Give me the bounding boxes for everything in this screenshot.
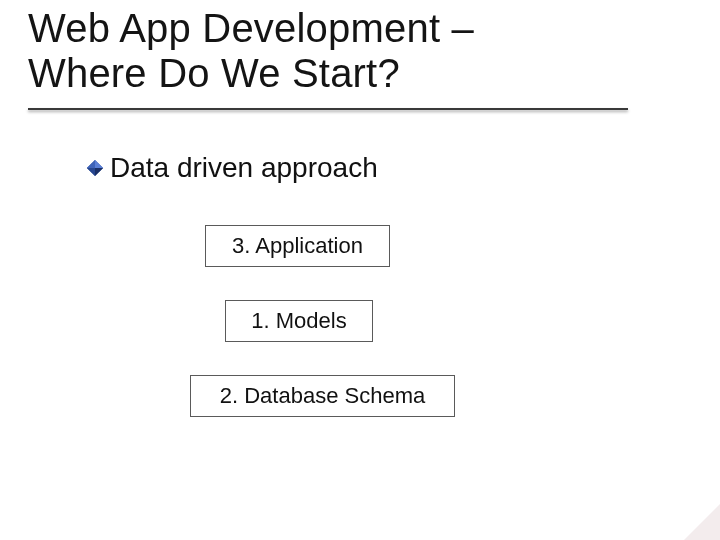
box-schema: 2. Database Schema — [190, 375, 455, 417]
title-line-1: Web App Development – — [28, 6, 474, 51]
slide-title: Web App Development – Where Do We Start? — [28, 6, 474, 96]
box-application-label: 3. Application — [232, 233, 363, 259]
svg-marker-1 — [95, 160, 103, 168]
box-models: 1. Models — [225, 300, 373, 342]
svg-marker-4 — [87, 160, 95, 168]
title-underline — [28, 108, 628, 110]
box-application: 3. Application — [205, 225, 390, 267]
bullet-text: Data driven approach — [110, 152, 378, 184]
bullet-item: Data driven approach — [86, 152, 378, 184]
box-models-label: 1. Models — [251, 308, 346, 334]
box-schema-label: 2. Database Schema — [220, 383, 425, 409]
diamond-bullet-icon — [86, 159, 104, 177]
title-line-2: Where Do We Start? — [28, 51, 474, 96]
svg-marker-2 — [95, 168, 103, 176]
svg-marker-3 — [87, 168, 95, 176]
slide: Web App Development – Where Do We Start?… — [0, 0, 720, 540]
corner-accent-icon — [684, 504, 720, 540]
